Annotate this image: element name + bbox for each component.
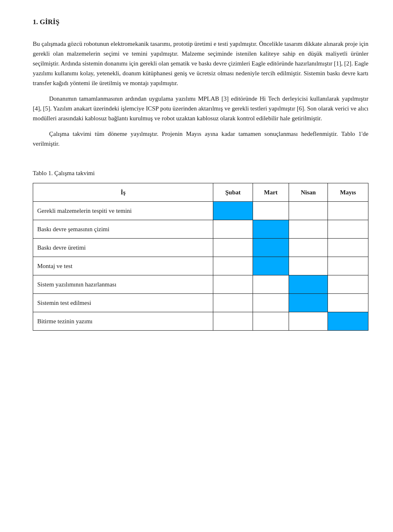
paragraph-2: Donanımın tamamlanmasının ardından uygul… [33, 94, 368, 123]
section-title: 1. GİRİŞ [33, 16, 368, 27]
paragraph-1: Bu çalışmada gözcü robotunun elektromeka… [33, 39, 368, 88]
schedule-cell-row0-col3 [328, 202, 368, 220]
col-header-subat: Şubat [213, 183, 253, 202]
schedule-cell-row3-col0 [213, 257, 253, 275]
table-header-row: İş Şubat Mart Nisan Mayıs [33, 183, 368, 202]
schedule-cell-row6-col2 [289, 312, 328, 331]
schedule-cell-row3-col2 [289, 257, 328, 275]
col-header-nisan: Nisan [289, 183, 328, 202]
schedule-cell-row0-col0 [213, 202, 253, 220]
schedule-cell-row1-col1 [253, 220, 289, 239]
task-label-4: Sistem yazılımının hazırlanması [33, 275, 213, 294]
table-row: Baskı devre üretimi [33, 239, 368, 257]
schedule-cell-row6-col0 [213, 312, 253, 331]
schedule-cell-row6-col1 [253, 312, 289, 331]
table-row: Montaj ve test [33, 257, 368, 275]
table-caption: Tablo 1. Çalışma takvimi [33, 168, 368, 178]
table-row: Gerekli malzemelerin tespiti ve temini [33, 202, 368, 220]
schedule-cell-row5-col3 [328, 294, 368, 312]
task-label-6: Bitirme tezinin yazımı [33, 312, 213, 331]
schedule-cell-row3-col3 [328, 257, 368, 275]
schedule-cell-row0-col1 [253, 202, 289, 220]
col-header-mayis: Mayıs [328, 183, 368, 202]
schedule-cell-row4-col2 [289, 275, 328, 294]
col-header-mart: Mart [253, 183, 289, 202]
table-row: Baskı devre şemasının çizimi [33, 220, 368, 239]
schedule-cell-row2-col2 [289, 239, 328, 257]
task-label-1: Baskı devre şemasının çizimi [33, 220, 213, 239]
table-row: Sistemin test edilmesi [33, 294, 368, 312]
schedule-cell-row1-col0 [213, 220, 253, 239]
task-label-0: Gerekli malzemelerin tespiti ve temini [33, 202, 213, 220]
table-row: Bitirme tezinin yazımı [33, 312, 368, 331]
schedule-cell-row5-col0 [213, 294, 253, 312]
schedule-cell-row0-col2 [289, 202, 328, 220]
schedule-cell-row3-col1 [253, 257, 289, 275]
table-row: Sistem yazılımının hazırlanması [33, 275, 368, 294]
schedule-cell-row4-col3 [328, 275, 368, 294]
schedule-table: İş Şubat Mart Nisan Mayıs Gerekli malzem… [33, 183, 368, 331]
schedule-cell-row1-col3 [328, 220, 368, 239]
task-label-2: Baskı devre üretimi [33, 239, 213, 257]
schedule-cell-row2-col3 [328, 239, 368, 257]
schedule-cell-row1-col2 [289, 220, 328, 239]
task-label-3: Montaj ve test [33, 257, 213, 275]
schedule-cell-row5-col1 [253, 294, 289, 312]
schedule-cell-row2-col1 [253, 239, 289, 257]
schedule-cell-row5-col2 [289, 294, 328, 312]
task-label-5: Sistemin test edilmesi [33, 294, 213, 312]
col-header-task: İş [33, 183, 213, 202]
schedule-cell-row4-col1 [253, 275, 289, 294]
schedule-cell-row6-col3 [328, 312, 368, 331]
schedule-cell-row2-col0 [213, 239, 253, 257]
schedule-cell-row4-col0 [213, 275, 253, 294]
paragraph-3: Çalışma takvimi tüm döneme yayılmıştır. … [33, 129, 368, 149]
